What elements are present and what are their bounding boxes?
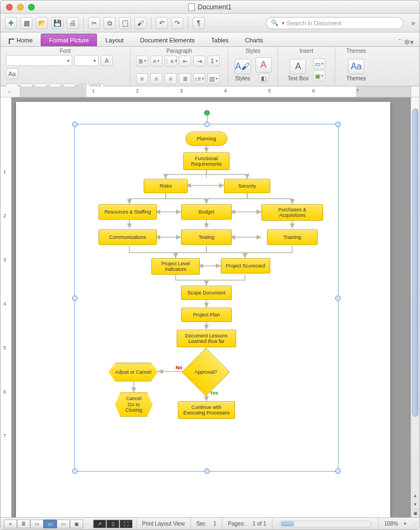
view-focus-button[interactable]: ▣	[70, 520, 83, 528]
line-spacing-button[interactable]: ↕≡▾	[193, 73, 205, 84]
document-workarea: 1 2 3 4 5 6 7	[1, 97, 419, 517]
tab-document-elements[interactable]: Document Elements	[132, 34, 203, 46]
print-button[interactable]: 🖨	[67, 17, 79, 29]
node-scorecard: Project Scorecard	[221, 258, 270, 274]
numbering-button[interactable]: ≡▾	[150, 56, 162, 67]
tab-format-picture[interactable]: Format Picture	[41, 34, 97, 46]
ribbon-body: Font ▾ ▾ A Aa B I U▾ ABC A²▾ A▾ ABC▾ Par…	[1, 47, 419, 86]
resize-handle-e[interactable]	[335, 296, 341, 301]
grow-font-button[interactable]: A	[101, 55, 113, 66]
quick-toolbar: ✚ ▦ 📂 💾 🖨 ✂ ⧉ 📋 🖌 ↶ ↷ ¶ 🔍 ▾ Search in Do…	[1, 14, 419, 32]
copy-button[interactable]: ⧉	[103, 17, 116, 29]
redo-button[interactable]: ↷	[171, 17, 183, 29]
view-print-layout-button[interactable]: ▭	[43, 520, 57, 528]
resize-grip-icon[interactable]: ⋰	[412, 521, 419, 527]
themes-icon: Aa	[348, 59, 364, 74]
status-pages[interactable]: Pages: 1 of 1	[222, 518, 272, 529]
font-family-combo[interactable]: ▾	[6, 55, 72, 66]
document-page[interactable]: Planning Functional Requirements Risks S…	[16, 102, 390, 517]
zoom-window-button[interactable]	[28, 4, 35, 10]
styles-pane-button[interactable]: A ◧	[255, 57, 272, 83]
node-scope: Scope Document	[181, 286, 232, 300]
reading-view-button[interactable]: ▯	[106, 520, 119, 528]
status-zoom[interactable]: 108% ▾	[378, 518, 412, 529]
align-right-button[interactable]: ≡	[165, 73, 177, 84]
styles-launcher-icon[interactable]: ◧	[259, 74, 269, 83]
status-section[interactable]: Sec 1	[190, 518, 222, 529]
font-size-combo[interactable]: ▾	[74, 55, 99, 66]
resize-handle-nw[interactable]	[72, 122, 78, 127]
ribbon-settings-icon[interactable]: ✲▾	[404, 38, 414, 46]
shrink-font-button[interactable]: Aa	[6, 68, 18, 79]
picture-button[interactable]: ▣▾	[313, 70, 325, 81]
node-budget: Budget	[181, 204, 232, 220]
text-box-button[interactable]: A Text Box	[287, 59, 308, 81]
overflow-chevron-icon[interactable]: »	[411, 19, 415, 27]
cut-button[interactable]: ✂	[88, 17, 100, 29]
view-outline-button[interactable]: ≣	[17, 520, 30, 528]
template-button[interactable]: ▦	[20, 17, 32, 29]
minimize-window-button[interactable]	[17, 4, 24, 10]
node-adjust: Adjust or Cancel	[108, 363, 158, 381]
resize-handle-w[interactable]	[72, 296, 78, 301]
status-bar: ≡ ≣ ▭ ▭ ▭ ▣ ↗ ▯ ⛶ Print Layout View Sec …	[1, 517, 419, 529]
multilevel-button[interactable]: ⋮≡▾	[165, 56, 177, 67]
vscroll-up-button[interactable]: ▴	[411, 491, 419, 500]
sort-button[interactable]: ↧▾	[208, 56, 220, 67]
themes-button[interactable]: Aa Themes	[346, 59, 366, 81]
justify-button[interactable]: ≣	[179, 73, 191, 84]
tab-charts[interactable]: Charts	[237, 34, 271, 46]
align-left-button[interactable]: ≡	[136, 73, 148, 84]
track-changes-button[interactable]: ↗	[93, 520, 106, 528]
zoom-dropdown-icon[interactable]: ▾	[404, 521, 406, 526]
quick-styles-button[interactable]: A🖌 Styles	[234, 59, 251, 81]
node-functional-requirements: Functional Requirements	[183, 152, 230, 170]
new-doc-button[interactable]: ✚	[5, 17, 17, 29]
collapse-ribbon-icon[interactable]: ˇ	[399, 38, 401, 46]
vertical-scrollbar[interactable]: ▴ ▾ ▣	[411, 97, 419, 517]
resize-handle-s[interactable]	[204, 468, 210, 474]
tab-layout[interactable]: Layout	[97, 34, 132, 46]
hscroll-thumb[interactable]	[281, 522, 294, 526]
page-scroll-area[interactable]: Planning Functional Requirements Risks S…	[12, 97, 411, 517]
vertical-ruler[interactable]: 1 2 3 4 5 6 7	[1, 97, 12, 517]
inc-indent-button[interactable]: ⇥	[193, 56, 205, 67]
label-no: No	[176, 365, 182, 370]
window-title: Document1	[198, 3, 231, 11]
document-icon	[188, 3, 195, 11]
resize-handle-sw[interactable]	[72, 468, 78, 474]
label-yes: Yes	[210, 390, 219, 396]
shading-button[interactable]: ▧▾	[208, 73, 220, 84]
page-nav[interactable]: ▣	[411, 509, 419, 517]
show-marks-button[interactable]: ¶	[193, 17, 205, 29]
view-publishing-button[interactable]: ▭	[30, 520, 43, 528]
tab-selector[interactable]: ⌐	[1, 86, 20, 97]
tab-home[interactable]: Home	[6, 34, 41, 46]
resize-handle-se[interactable]	[335, 468, 341, 474]
horizontal-scrollbar[interactable]	[279, 521, 372, 527]
titlebar: Document1	[1, 1, 419, 14]
open-button[interactable]: 📂	[36, 17, 48, 29]
view-notebook-button[interactable]: ▭	[57, 520, 70, 528]
view-draft-button[interactable]: ≡	[4, 520, 17, 528]
format-painter-button[interactable]: 🖌	[134, 17, 146, 29]
search-dropdown-icon[interactable]: ▾	[282, 20, 285, 26]
horizontal-ruler[interactable]: 1 2 3 4 5 6 7	[20, 86, 411, 97]
resize-handle-ne[interactable]	[335, 122, 341, 127]
close-window-button[interactable]	[6, 4, 13, 10]
align-center-button[interactable]: ≡	[150, 73, 162, 84]
dec-indent-button[interactable]: ⇤	[179, 56, 191, 67]
shapes-button[interactable]: ▭▾	[313, 58, 325, 69]
undo-button[interactable]: ↶	[156, 17, 168, 29]
vscroll-thumb[interactable]	[412, 108, 418, 417]
search-field[interactable]: 🔍 ▾ Search in Document	[266, 17, 403, 29]
node-lessons: Document Lessons Learned thus far	[177, 330, 236, 347]
resize-handle-n[interactable]	[204, 122, 210, 127]
full-screen-button[interactable]: ⛶	[119, 520, 133, 528]
bullets-button[interactable]: ≣▾	[136, 56, 148, 67]
group-label: Themes	[341, 48, 372, 54]
paste-button[interactable]: 📋	[119, 17, 131, 29]
tab-tables[interactable]: Tables	[203, 34, 237, 46]
save-button[interactable]: 💾	[51, 17, 63, 29]
vscroll-down-button[interactable]: ▾	[411, 500, 419, 509]
